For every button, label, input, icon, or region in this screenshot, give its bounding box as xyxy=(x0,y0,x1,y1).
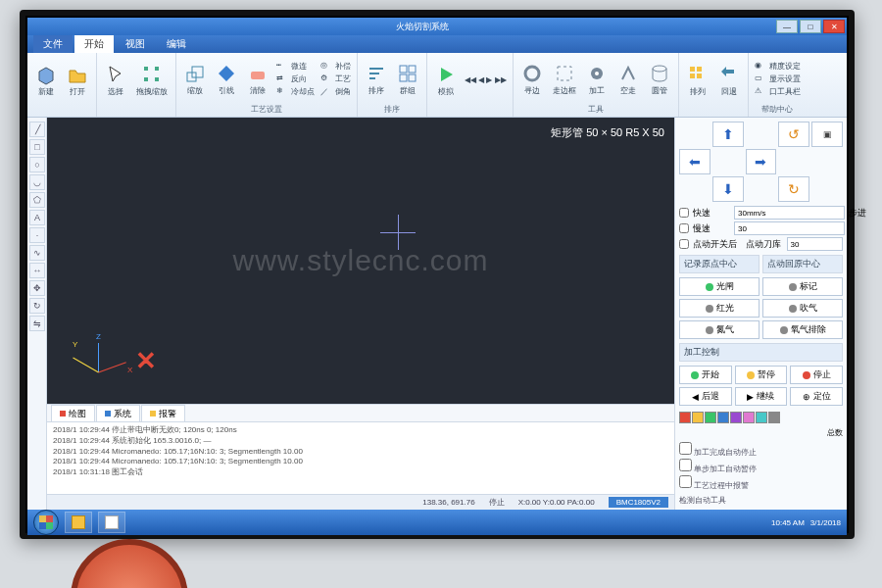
ribbon-return-button[interactable]: 回退 xyxy=(716,63,742,98)
menu-tab-view[interactable]: 视图 xyxy=(116,35,155,53)
jog-rot-cw-button[interactable]: ↻ xyxy=(778,176,809,202)
check-alarm[interactable]: 工艺过程中报警 xyxy=(679,475,843,491)
svg-point-18 xyxy=(653,66,666,72)
tool-rect[interactable]: □ xyxy=(29,139,45,155)
ribbon-back-button[interactable]: 寻边 xyxy=(519,62,545,97)
fast-speed-input[interactable] xyxy=(734,206,845,220)
ribbon-craft-item3[interactable]: ／倒角 xyxy=(320,86,351,98)
ribbon-grid-button[interactable]: 群组 xyxy=(395,62,420,97)
svg-rect-1 xyxy=(144,67,148,71)
shutter-button[interactable]: 光闸 xyxy=(679,277,760,296)
layer-swatch[interactable] xyxy=(692,412,704,423)
ribbon-sim-button[interactable]: 模拟 xyxy=(433,63,459,98)
layer-swatch[interactable] xyxy=(768,412,780,423)
ribbon-reverse-item[interactable]: ⇄反向 xyxy=(276,74,315,85)
taskbar-app-button[interactable] xyxy=(98,512,125,533)
slow-speed-checkbox[interactable] xyxy=(679,223,689,233)
svg-rect-19 xyxy=(690,67,695,72)
maximize-button[interactable]: □ xyxy=(800,20,821,33)
canvas-tab-system[interactable]: 系统 xyxy=(96,405,140,421)
gear-icon: ⚙ xyxy=(320,74,332,85)
jog-x-minus-button[interactable]: ⬅ xyxy=(679,149,710,174)
ribbon-tinygap-item[interactable]: ┅微连 xyxy=(276,61,315,73)
menu-file[interactable]: 文件 xyxy=(33,35,73,53)
menu-tab-edit[interactable]: 编辑 xyxy=(157,35,196,53)
ribbon-display-item[interactable]: ▭显示设置 xyxy=(755,74,801,85)
nodes-icon xyxy=(141,64,163,85)
tool-mirror[interactable]: ⇋ xyxy=(29,316,45,331)
arrow-up-icon: ⬆ xyxy=(722,126,734,142)
svg-marker-13 xyxy=(441,68,453,81)
tool-move[interactable]: ✥ xyxy=(29,280,45,296)
tool-circle[interactable]: ○ xyxy=(29,157,45,172)
canvas-tab-draw[interactable]: 绘图 xyxy=(51,405,95,421)
ribbon-new-button[interactable]: 新建 xyxy=(33,63,59,98)
fast-speed-checkbox[interactable] xyxy=(679,208,689,218)
tool-point[interactable]: · xyxy=(29,227,45,243)
ribbon-sim-controls[interactable]: ◀◀ ◀ ▶ ▶▶ xyxy=(465,75,507,84)
layer-swatch[interactable] xyxy=(756,412,767,423)
tool-text[interactable]: A xyxy=(29,210,45,225)
ribbon-cooling-item[interactable]: ❄冷却点 xyxy=(276,86,315,98)
slow-speed-input[interactable] xyxy=(734,221,845,235)
section-process-header: 加工控制 xyxy=(679,343,843,362)
layer-swatch[interactable] xyxy=(717,412,729,423)
start-button[interactable] xyxy=(33,510,59,535)
check-stepPause[interactable]: 单步加工自动暂停 xyxy=(679,459,843,474)
back-button[interactable]: ◀后退 xyxy=(679,387,732,406)
ribbon-craft-item2[interactable]: ⚙工艺 xyxy=(320,74,351,85)
tool-line[interactable]: ╱ xyxy=(29,122,45,137)
ribbon-error-item[interactable]: ⚠口工具栏 xyxy=(755,86,801,98)
line-icon: ／ xyxy=(320,86,332,98)
tool-dim[interactable]: ↔ xyxy=(29,263,45,278)
layer-swatch[interactable] xyxy=(743,412,755,423)
ribbon-sort-button[interactable]: 排序 xyxy=(364,62,389,97)
tool-arc[interactable]: ◡ xyxy=(29,174,45,190)
ribbon-open-button[interactable]: 打开 xyxy=(65,63,90,98)
tool-rotate[interactable]: ↻ xyxy=(29,298,45,314)
menu-tab-main[interactable]: 开始 xyxy=(74,35,114,53)
jog-y-minus-button[interactable]: ⬇ xyxy=(712,176,744,202)
start-button[interactable]: 开始 xyxy=(679,366,732,384)
ribbon-clear-button[interactable]: 清除 xyxy=(245,62,270,97)
jog-after-checkbox[interactable] xyxy=(679,239,689,249)
canvas-viewport[interactable]: 矩形管 50 × 50 R5 X 50 ✕ Z X Y www.stylecnc… xyxy=(47,118,674,404)
ribbon-scale-button[interactable]: 缩放 xyxy=(182,62,208,97)
locate-button[interactable]: ⊕定位 xyxy=(790,387,843,406)
ribbon-frame-button[interactable]: 走边框 xyxy=(551,62,578,97)
ribbon-select-button[interactable]: 选择 xyxy=(103,63,128,98)
jog-x-plus-button[interactable]: ➡ xyxy=(746,149,777,174)
close-button[interactable]: ✕ xyxy=(823,20,845,33)
follow-off-button[interactable]: 氧气排除 xyxy=(762,320,843,339)
ribbon-lead-button[interactable]: 引线 xyxy=(214,62,239,97)
tool-poly[interactable]: ⬠ xyxy=(29,192,45,208)
ribbon-pan-button[interactable]: 拖拽缩放 xyxy=(134,63,170,98)
follow-on-button[interactable]: 氮气 xyxy=(679,320,760,339)
forward-button[interactable]: ▶继续 xyxy=(735,387,788,406)
ribbon-precision-item[interactable]: ◉精度设定 xyxy=(755,61,801,73)
layer-swatch[interactable] xyxy=(679,412,691,423)
ribbon-arrange-button[interactable]: 排列 xyxy=(685,63,710,98)
ribbon-tube-button[interactable]: 圆管 xyxy=(647,62,672,97)
taskbar-app-button[interactable] xyxy=(65,512,92,533)
layer-swatch[interactable] xyxy=(730,412,742,423)
jog-home-button[interactable]: ▣ xyxy=(811,122,843,147)
tool-curve[interactable]: ∿ xyxy=(29,245,45,261)
layer-swatch[interactable] xyxy=(705,412,716,423)
pause-button[interactable]: 暂停 xyxy=(735,366,788,384)
jog-y-plus-button[interactable]: ⬆ xyxy=(712,122,744,147)
jog-rot-ccw-button[interactable]: ↺ xyxy=(778,122,809,147)
jog-tool-input[interactable] xyxy=(787,237,844,251)
ribbon-dryrun-button[interactable]: 空走 xyxy=(615,62,641,97)
mark-button[interactable]: 标记 xyxy=(762,277,843,296)
check-autostop[interactable]: 加工完成自动停止 xyxy=(679,442,843,458)
ribbon-process-button[interactable]: 加工 xyxy=(584,62,610,97)
system-tray[interactable]: 10:45 AM 3/1/2018 xyxy=(771,518,841,527)
wrench-icon xyxy=(521,63,543,84)
ribbon-compensate-item[interactable]: ◎补偿 xyxy=(320,61,351,73)
redlight-button[interactable]: 红光 xyxy=(679,299,760,318)
canvas-tab-alarm[interactable]: 报警 xyxy=(141,405,185,421)
stop-button[interactable]: 停止 xyxy=(790,366,843,384)
minimize-button[interactable]: — xyxy=(776,20,798,33)
gas-button[interactable]: 吹气 xyxy=(762,299,843,318)
